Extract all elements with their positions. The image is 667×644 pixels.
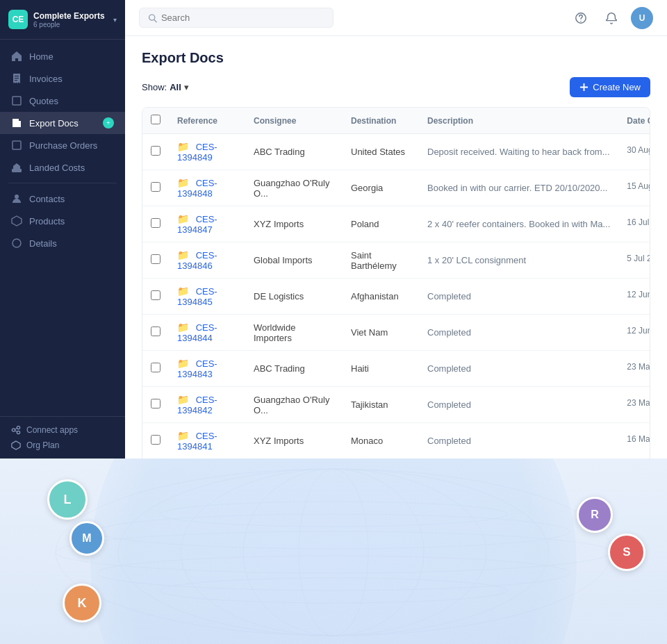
destination-cell: Afghanistan — [343, 279, 419, 315]
sidebar: CE Complete Exports 6 people ▾ Home Invo… — [0, 0, 125, 459]
search-input[interactable] — [161, 13, 324, 23]
select-all-checkbox[interactable] — [151, 115, 160, 124]
description-text: 1 x 20' LCL consignment — [427, 255, 526, 265]
sidebar-nav: Home Invoices Quotes Export Docs + — [0, 40, 125, 416]
date-cell: 23 May 2020 A — [618, 351, 650, 383]
add-badge[interactable]: + — [103, 117, 114, 129]
svg-point-21 — [56, 469, 611, 636]
svg-rect-0 — [13, 97, 21, 105]
sidebar-item-export-docs[interactable]: Export Docs + — [0, 112, 125, 134]
sidebar-item-label: Home — [29, 51, 114, 62]
reference-header: Reference — [169, 108, 245, 134]
select-all-header[interactable] — [142, 108, 169, 134]
reference-cell: 📁 CES-1394841 — [169, 423, 245, 459]
sidebar-item-invoices[interactable]: Invoices — [0, 67, 125, 90]
chevron-down-icon[interactable]: ▾ — [113, 16, 117, 24]
description-cell: Booked in with our carrier. ETD 20/10/20… — [419, 170, 618, 206]
table-row: 📁 CES-1394849 ABC Trading United States … — [142, 134, 650, 170]
sidebar-item-label: Contacts — [29, 194, 114, 204]
topbar: U — [125, 0, 667, 36]
show-filter[interactable]: Show: All ▾ — [142, 82, 189, 92]
description-cell: Completed — [419, 315, 618, 351]
sidebar-item-landed-costs[interactable]: Landed Costs — [0, 156, 125, 179]
date-cell: 15 Aug 2020 G — [618, 170, 650, 202]
row-checkbox[interactable] — [151, 182, 160, 192]
reference-cell: 📁 CES-1394845 — [169, 279, 245, 315]
table-row: 📁 CES-1394842 Guangzhao O'Ruly O... Taji… — [142, 387, 650, 423]
sidebar-item-purchase-orders[interactable]: Purchase Orders — [0, 134, 125, 156]
toolbar: Show: All ▾ Create New — [142, 77, 650, 97]
globe-avatar-4: R — [577, 497, 613, 533]
invoices-icon — [11, 73, 22, 84]
row-checkbox-cell[interactable] — [142, 423, 169, 459]
globe-avatar-3: K — [63, 584, 101, 622]
help-icon — [575, 12, 587, 24]
svg-point-5 — [12, 429, 15, 431]
date-created-header[interactable]: Date Created ↓ — [618, 108, 650, 134]
table-row: 📁 CES-1394848 Guangzhao O'Ruly O... Geor… — [142, 170, 650, 206]
sidebar-item-label: Purchase Orders — [29, 140, 114, 151]
description-text: 2 x 40' reefer containers. Booked in wit… — [427, 219, 610, 229]
sidebar-divider — [8, 183, 117, 183]
sidebar-item-label: Export Docs — [29, 118, 103, 129]
row-checkbox-cell[interactable] — [142, 351, 169, 387]
sidebar-item-home[interactable]: Home — [0, 45, 125, 67]
row-checkbox[interactable] — [151, 327, 160, 336]
row-checkbox[interactable] — [151, 218, 160, 228]
connect-apps-link[interactable]: Connect apps — [11, 425, 114, 435]
sidebar-item-label: Products — [29, 216, 114, 226]
sidebar-item-quotes[interactable]: Quotes — [0, 90, 125, 112]
row-checkbox[interactable] — [151, 146, 160, 156]
row-checkbox[interactable] — [151, 399, 160, 408]
date-text: 16 Jul 2020 — [627, 217, 650, 227]
svg-point-7 — [17, 431, 19, 434]
reference-cell: 📁 CES-1394843 — [169, 351, 245, 387]
reference-cell: 📁 CES-1394844 — [169, 315, 245, 351]
row-checkbox-cell[interactable] — [142, 387, 169, 423]
folder-icon: 📁 — [177, 177, 189, 188]
table-row: 📁 CES-1394846 Global Imports Saint Barth… — [142, 242, 650, 279]
destination-header: Destination — [343, 108, 419, 134]
org-plan-link[interactable]: Org Plan — [11, 440, 114, 450]
show-label: Show: — [142, 82, 167, 92]
create-new-button[interactable]: Create New — [570, 77, 650, 97]
svg-point-6 — [17, 426, 19, 429]
sidebar-item-contacts[interactable]: Contacts — [0, 188, 125, 210]
help-button[interactable] — [570, 7, 592, 29]
description-cell: Deposit received. Waiting to hear back f… — [419, 134, 618, 170]
row-checkbox-cell[interactable] — [142, 170, 169, 206]
row-checkbox[interactable] — [151, 435, 160, 445]
filter-chevron-icon: ▾ — [184, 82, 189, 92]
row-checkbox[interactable] — [151, 363, 160, 372]
quotes-icon — [11, 95, 22, 106]
details-icon — [11, 238, 22, 249]
row-checkbox-cell[interactable] — [142, 242, 169, 279]
row-checkbox[interactable] — [151, 254, 160, 264]
user-avatar[interactable]: U — [631, 7, 653, 29]
sidebar-logo: CE — [8, 10, 28, 29]
sidebar-item-label: Details — [29, 238, 114, 249]
globe-area: L M K R S — [0, 459, 667, 644]
svg-point-11 — [580, 20, 581, 21]
row-checkbox[interactable] — [151, 290, 160, 300]
table-header: Reference Consignee Destination Descript… — [142, 108, 650, 134]
date-text: 23 May 2020 — [627, 362, 650, 372]
consignee-cell: Worldwide Importers — [245, 315, 343, 351]
table-row: 📁 CES-1394843 ABC Trading Haiti Complete… — [142, 351, 650, 387]
date-cell: 16 Jul 2020 X — [618, 206, 650, 238]
export-docs-icon — [11, 117, 22, 129]
notifications-button[interactable] — [600, 7, 623, 29]
search-box[interactable] — [139, 8, 334, 28]
row-checkbox-cell[interactable] — [142, 206, 169, 242]
destination-cell: Monaco — [343, 423, 419, 459]
row-checkbox-cell[interactable] — [142, 315, 169, 351]
row-checkbox-cell[interactable] — [142, 279, 169, 315]
sidebar-item-products[interactable]: Products — [0, 210, 125, 232]
sidebar-item-details[interactable]: Details — [0, 232, 125, 254]
svg-point-4 — [13, 239, 21, 247]
svg-point-17 — [299, 469, 368, 636]
description-text: Deposit received. Waiting to hear back f… — [427, 147, 610, 157]
date-cell: 12 Jun 2020 D — [618, 279, 650, 311]
description-text: Completed — [427, 399, 471, 410]
row-checkbox-cell[interactable] — [142, 134, 169, 170]
